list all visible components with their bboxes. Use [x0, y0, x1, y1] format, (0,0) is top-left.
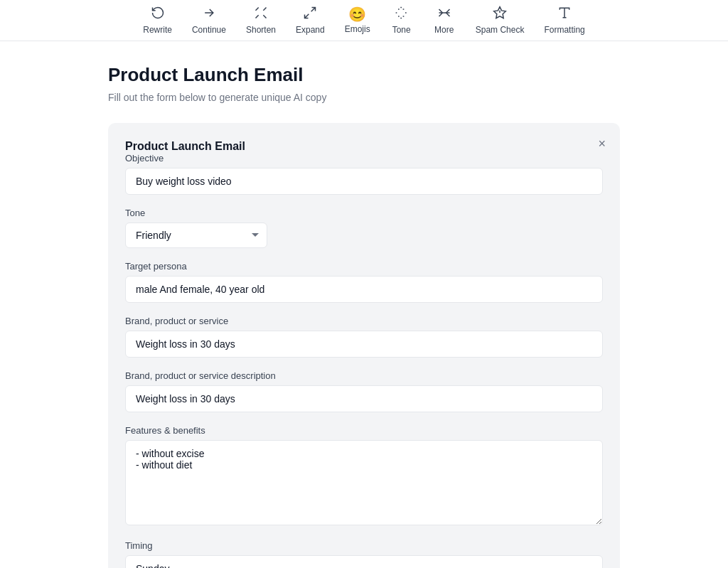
- brand-product-label: Brand, product or service: [125, 316, 603, 326]
- toolbar-spam-check[interactable]: Spam Check: [466, 0, 535, 41]
- toolbar-expand[interactable]: Expand: [286, 0, 335, 41]
- main-content: Product Launch Email Fill out the form b…: [94, 41, 634, 568]
- expand-icon: [303, 6, 317, 22]
- form-card-title: Product Launch Email: [125, 140, 245, 152]
- rewrite-label: Rewrite: [143, 25, 172, 35]
- toolbar-rewrite[interactable]: Rewrite: [133, 0, 182, 41]
- emojis-label: Emojis: [345, 24, 370, 34]
- tone-label: Tone: [392, 25, 411, 35]
- emojis-icon: 😊: [348, 7, 366, 21]
- spam-check-label: Spam Check: [476, 25, 525, 35]
- features-benefits-textarea[interactable]: [125, 440, 603, 525]
- features-benefits-group: Features & benefits: [125, 425, 603, 527]
- continue-label: Continue: [192, 25, 226, 35]
- brand-description-group: Brand, product or service description: [125, 370, 603, 412]
- more-icon: [437, 6, 451, 22]
- target-persona-input[interactable]: [125, 276, 603, 303]
- page-subtitle: Fill out the form below to generate uniq…: [108, 92, 620, 103]
- objective-label: Objective: [125, 153, 603, 164]
- brand-product-group: Brand, product or service: [125, 316, 603, 358]
- tone-select[interactable]: Friendly Professional Casual Formal Pers…: [125, 223, 267, 248]
- toolbar-more[interactable]: More: [423, 0, 466, 41]
- objective-input[interactable]: [125, 168, 603, 195]
- more-label: More: [434, 25, 454, 35]
- tone-group: Tone Friendly Professional Casual Formal…: [125, 208, 603, 248]
- expand-label: Expand: [296, 25, 325, 35]
- toolbar-tone[interactable]: Tone: [380, 0, 423, 41]
- spam-check-icon: [493, 6, 507, 22]
- toolbar-emojis[interactable]: 😊 Emojis: [335, 1, 380, 40]
- formatting-label: Formatting: [544, 25, 584, 35]
- continue-icon: [202, 6, 216, 22]
- toolbar-continue[interactable]: Continue: [182, 0, 236, 41]
- toolbar: Rewrite Continue Shorten Expand 😊 Emojis: [0, 0, 728, 41]
- brand-description-label: Brand, product or service description: [125, 370, 603, 381]
- brand-description-input[interactable]: [125, 385, 603, 412]
- form-card: Product Launch Email × Objective Tone Fr…: [108, 123, 620, 568]
- target-persona-group: Target persona: [125, 261, 603, 303]
- close-button[interactable]: ×: [598, 137, 606, 150]
- toolbar-shorten[interactable]: Shorten: [236, 0, 286, 41]
- brand-product-input[interactable]: [125, 331, 603, 358]
- formatting-icon: [557, 6, 572, 22]
- timing-input[interactable]: [125, 555, 603, 568]
- toolbar-formatting[interactable]: Formatting: [534, 0, 594, 41]
- tone-label: Tone: [125, 208, 603, 218]
- objective-group: Objective: [125, 153, 603, 195]
- features-benefits-label: Features & benefits: [125, 425, 603, 436]
- shorten-label: Shorten: [246, 25, 276, 35]
- page-title: Product Launch Email: [108, 64, 620, 86]
- timing-group: Timing: [125, 540, 603, 568]
- shorten-icon: [254, 6, 268, 22]
- timing-label: Timing: [125, 540, 603, 551]
- tone-icon: [395, 6, 409, 22]
- rewrite-icon: [151, 6, 165, 22]
- target-persona-label: Target persona: [125, 261, 603, 272]
